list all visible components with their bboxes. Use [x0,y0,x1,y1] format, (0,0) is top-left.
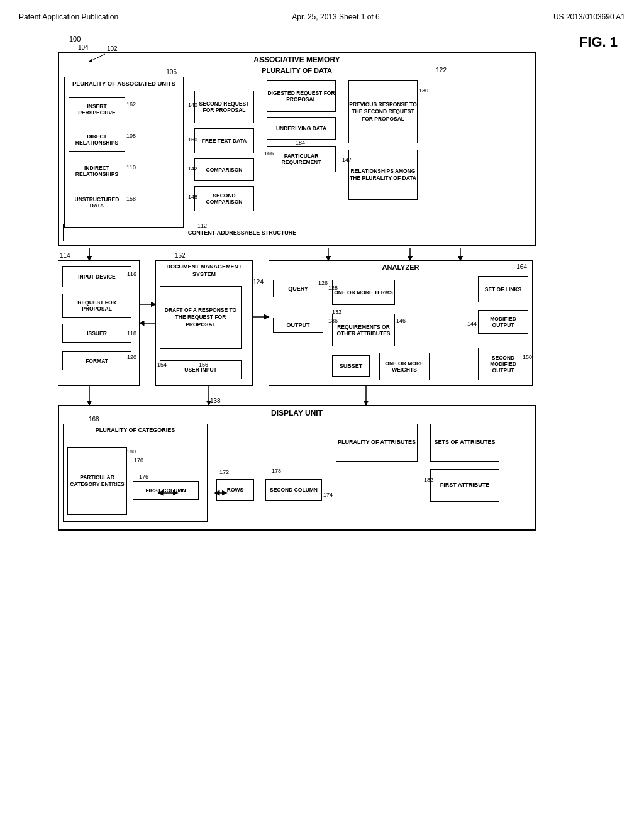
previous-resp-box: PREVIOUS RESPONSE TO THE SECOND REQUEST … [348,80,418,143]
num-144: 144 [467,321,477,327]
plurality-attr-box: PLURALITY OF ATTRIBUTES [336,424,418,462]
query-box: QUERY [273,280,323,297]
num-118: 118 [127,330,136,336]
num-172: 172 [219,469,229,475]
num-126: 126 [318,280,328,286]
num-174: 174 [323,492,333,498]
set-links-box: SET OF LINKS [478,276,528,302]
num-128: 128 [328,285,338,291]
particular-cat-box: PARTICULAR CATEGORY ENTRIES [67,447,127,515]
draft-resp-box: DRAFT OF A RESPONSE TO THE REQUEST FOR P… [160,286,242,349]
num-170: 170 [134,457,143,463]
one-more-weights-box: ONE OR MORE WEIGHTS [379,353,430,380]
num-184: 184 [296,140,305,146]
num-124: 124 [253,279,264,285]
analyzer-box: ANALYZER 164 QUERY 126 ONE OR MORE TERMS… [269,260,533,386]
subset-box: SUBSET [332,355,370,377]
comparison-box: COMPARISON [194,158,254,181]
unstructured-box: UNSTRUCTURED DATA [69,191,125,214]
num-130: 130 [419,87,428,94]
num-122: 122 [436,67,447,74]
num-182: 182 [424,477,433,483]
num-138: 138 [210,397,221,404]
first-col-box: FIRST COLUMN [133,481,199,500]
num-142: 142 [188,165,197,172]
direct-rel-box: DIRECT RELATIONSHIPS [69,128,125,152]
num-100: 100 [69,35,80,43]
num-148: 148 [188,194,197,200]
num-120: 120 [127,354,136,360]
first-attr-box: FIRST ATTRIBUTE [430,469,499,502]
one-more-terms-box: ONE OR MORE TERMS [332,280,395,305]
doc-mgmt-label: DOCUMENT MANAGEMENT SYSTEM [156,263,252,278]
num-180: 180 [126,448,136,455]
num-158: 158 [126,196,136,202]
num-160: 160 [188,136,197,143]
doc-mgmt-box: DOCUMENT MANAGEMENT SYSTEM 152 DRAFT OF … [155,260,253,386]
pub-label: Patent Application Publication [19,13,118,21]
num-116: 116 [127,271,136,277]
indirect-rel-box: INDIRECT RELATIONSHIPS [69,158,125,184]
second-rfp-box: SECOND REQUEST FOR PROPOSAL [194,91,254,123]
assoc-units-box: PLURALITY OF ASSOCIATED UNITS 106 INSERT… [64,77,184,228]
num-178: 178 [272,468,281,474]
display-unit-label: DISPLAY UNIT [59,409,535,418]
num-166: 166 [264,150,274,157]
num-114: 114 [60,252,70,259]
num-147: 147 [342,157,352,163]
num-140: 140 [188,102,197,108]
output-box: OUTPUT [273,318,323,333]
assoc-memory-label: ASSOCIATIVE MEMORY [59,55,535,64]
num-106: 106 [166,69,177,75]
insert-perspective-box: INSERT PERSPECTIVE [69,97,125,121]
patent-number: US 2013/0103690 A1 [553,13,625,21]
input-device-box: INPUT DEVICE [62,266,131,287]
format-box: FORMAT [62,351,131,370]
num-156: 156 [199,362,208,368]
free-text-box: FREE TEXT DATA [194,128,254,153]
num-108: 108 [126,133,136,139]
analyzer-label: ANALYZER [269,263,532,271]
fig-label: FIG. 1 [579,34,618,50]
rfp-box: REQUEST FOR PROPOSAL [62,294,131,318]
digested-rfp-box: DIGESTED REQUEST FOR PROPOSAL [267,80,336,112]
sets-attr-box: SETS OF ATTRIBUTES [430,424,499,462]
num-154: 154 [157,362,167,368]
display-unit-box: DISPLAY UNIT 138 PLURALITY OF CATEGORIES… [58,405,536,531]
second-col-box: SECOND COLUMN [265,479,322,501]
page: Patent Application Publication Apr. 25, … [0,0,644,830]
num-110: 110 [126,164,136,170]
second-comparison-box: SECOND COMPARISON [194,186,254,211]
num-104: 104 [78,44,89,51]
num-164: 164 [516,263,527,270]
plurality-data-label: PLURALITY OF DATA [59,67,535,74]
num-146: 146 [396,318,406,324]
input-device-area: 114 INPUT DEVICE 116 REQUEST FOR PROPOSA… [58,260,140,386]
rows-box: ROWS [216,479,254,501]
page-header: Patent Application Publication Apr. 25, … [19,13,625,21]
assoc-units-label: PLURALITY OF ASSOCIATED UNITS [65,80,183,87]
date-sheet-label: Apr. 25, 2013 Sheet 1 of 6 [292,13,379,21]
particular-req-box: PARTICULAR REQUIREMENT [267,146,336,172]
num-150: 150 [523,354,532,360]
plurality-cat-label: PLURALITY OF CATEGORIES [64,427,207,434]
assoc-memory-box: ASSOCIATIVE MEMORY 104 PLURALITY OF DATA… [58,52,536,246]
req-other-box: REQUIREMENTS OR OTHER ATTRIBUTES [332,314,395,346]
underlying-data-box: UNDERLYING DATA [267,117,336,140]
num-136: 136 [328,318,338,324]
plurality-cat-box: PLURALITY OF CATEGORIES 168 PARTICULAR C… [63,424,208,522]
second-mod-output-box: SECOND MODIFIED OUTPUT [478,348,528,380]
num-162: 162 [126,101,136,108]
modified-output-box: MODIFIED OUTPUT [478,310,528,334]
issuer-box: ISSUER [62,324,131,343]
num-152: 152 [175,252,186,259]
content-addr-box: CONTENT-ADDRESSABLE STRUCTURE [63,224,421,241]
num-176: 176 [139,473,148,480]
relationships-among-box: RELATIONSHIPS AMONG THE PLURALITY OF DAT… [348,150,418,200]
num-112: 112 [197,223,207,229]
num-168: 168 [89,416,99,423]
